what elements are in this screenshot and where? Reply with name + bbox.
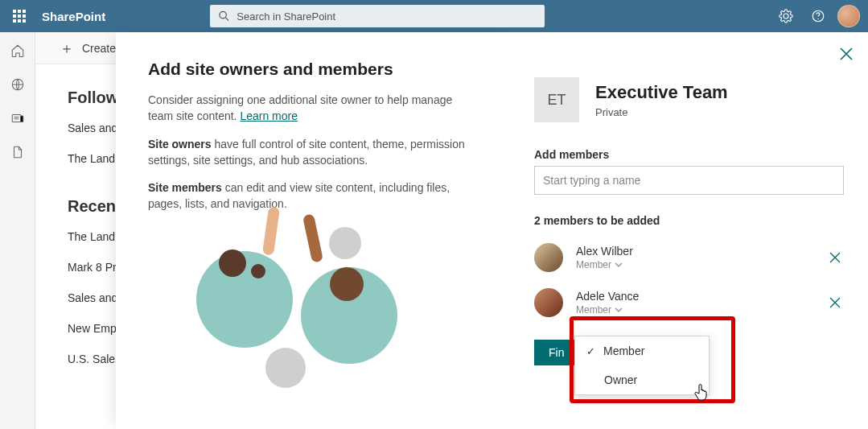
add-owners-info-panel: Add site owners and members Consider ass… [116, 32, 510, 429]
pending-member-row: Alex Wilber Member [510, 235, 868, 280]
user-avatar[interactable] [837, 5, 860, 27]
search-input[interactable] [237, 10, 537, 23]
search-icon [218, 10, 230, 23]
celebration-illustration [196, 227, 397, 372]
site-title: Executive Team [595, 82, 728, 103]
help-button[interactable] [802, 0, 834, 32]
search-box[interactable] [210, 5, 545, 27]
member-name: Adele Vance [576, 290, 639, 303]
gear-icon [779, 9, 793, 23]
left-app-rail [0, 32, 35, 429]
site-logo: ET [534, 77, 579, 122]
site-privacy-label: Private [595, 106, 728, 118]
remove-member-button[interactable] [829, 252, 841, 263]
svg-point-0 [220, 11, 226, 18]
home-rail-button[interactable] [10, 43, 25, 58]
finish-button[interactable]: Fin [534, 340, 578, 365]
info-panel-title: Add site owners and members [148, 60, 479, 79]
files-rail-button[interactable] [10, 145, 25, 159]
svg-point-3 [817, 19, 818, 19]
role-option-owner[interactable]: Owner [575, 365, 709, 394]
add-member-input[interactable] [534, 166, 844, 195]
add-members-label: Add members [510, 122, 868, 166]
close-icon [829, 297, 841, 308]
member-name: Alex Wilber [576, 245, 633, 258]
suite-header: SharePoint [0, 0, 868, 32]
brand-label: SharePoint [39, 10, 105, 23]
remove-member-button[interactable] [829, 297, 841, 308]
member-avatar [534, 243, 563, 272]
to-be-added-label: 2 members to be added [510, 195, 868, 235]
chevron-down-icon [615, 307, 623, 312]
svg-line-1 [226, 18, 229, 21]
role-dropdown-menu: Member Owner [574, 336, 710, 395]
member-role-dropdown[interactable]: Member [576, 304, 639, 316]
plus-icon: ＋ [60, 39, 74, 58]
settings-button[interactable] [770, 0, 802, 32]
info-panel-owners: Site owners have full control of site co… [148, 136, 479, 169]
close-icon [829, 252, 841, 263]
svg-rect-5 [12, 115, 21, 122]
close-panel-button[interactable] [839, 47, 854, 61]
home-icon [10, 43, 25, 58]
pending-member-row: Adele Vance Member [510, 280, 868, 325]
help-icon [811, 9, 825, 23]
role-option-member[interactable]: Member [575, 336, 709, 365]
close-icon [839, 47, 854, 61]
news-rail-button[interactable] [10, 111, 25, 126]
info-panel-intro: Consider assigning one additional site o… [148, 92, 479, 125]
file-icon [10, 145, 25, 159]
learn-more-link[interactable]: Learn more [240, 109, 298, 122]
chevron-down-icon [615, 262, 623, 267]
globe-icon [10, 77, 25, 92]
news-icon [10, 111, 25, 126]
info-panel-members: Site members can edit and view site cont… [148, 179, 479, 212]
app-launcher-button[interactable] [0, 0, 39, 32]
globe-rail-button[interactable] [10, 77, 25, 92]
member-role-dropdown[interactable]: Member [576, 259, 633, 270]
member-avatar [534, 288, 563, 317]
waffle-icon [13, 10, 26, 23]
